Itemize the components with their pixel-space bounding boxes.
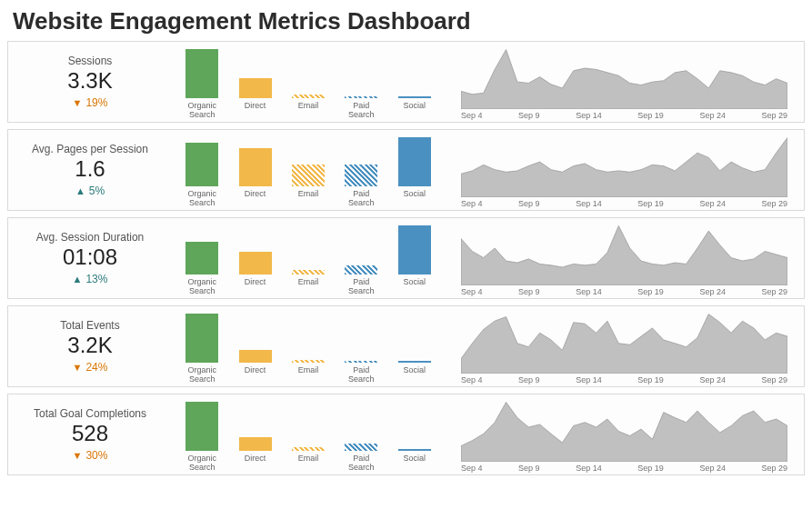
bar-organic: Organic Search xyxy=(177,137,226,208)
bar-social: Social xyxy=(390,225,439,296)
bar-social: Social xyxy=(390,314,439,384)
bar-fill xyxy=(398,137,431,186)
bar-fill xyxy=(345,361,377,363)
kpi-label: Avg. Pages per Session xyxy=(32,143,148,155)
date-tick: Sep 29 xyxy=(761,199,787,208)
bar-paid: Paid Search xyxy=(336,402,386,473)
bar-label: Paid Search xyxy=(348,190,375,208)
date-axis: Sep 4Sep 9Sep 14Sep 19Sep 24Sep 29 xyxy=(461,285,787,296)
bar-paid: Paid Search xyxy=(336,314,386,384)
bar-label: Social xyxy=(403,278,426,296)
kpi-value: 1.6 xyxy=(75,157,105,181)
arrow-down-icon: ▼ xyxy=(73,97,83,108)
kpi-duration: Avg. Session Duration01:08▲13% xyxy=(8,218,172,298)
kpi-value: 01:08 xyxy=(63,245,117,269)
bar-fill xyxy=(185,402,218,451)
delta-value: 30% xyxy=(85,449,107,462)
trend-pps: Sep 4Sep 9Sep 14Sep 19Sep 24Sep 29 xyxy=(445,130,804,210)
bar-direct: Direct xyxy=(231,49,280,120)
delta-value: 13% xyxy=(85,273,107,285)
bar-label: Social xyxy=(403,366,426,384)
kpi-delta: ▼19% xyxy=(73,96,108,109)
bar-fill xyxy=(292,95,325,98)
date-tick: Sep 14 xyxy=(576,287,602,296)
date-tick: Sep 29 xyxy=(761,287,787,296)
bar-direct: Direct xyxy=(231,137,280,208)
date-tick: Sep 24 xyxy=(699,287,726,296)
bar-label: Paid Search xyxy=(348,366,375,384)
date-axis: Sep 4Sep 9Sep 14Sep 19Sep 24Sep 29 xyxy=(461,462,787,473)
date-tick: Sep 14 xyxy=(576,464,602,473)
metric-row-sessions: Sessions3.3K▼19%Organic SearchDirectEmai… xyxy=(7,41,805,123)
bar-direct: Direct xyxy=(231,225,280,296)
date-tick: Sep 24 xyxy=(699,464,726,473)
trend-events: Sep 4Sep 9Sep 14Sep 19Sep 24Sep 29 xyxy=(445,306,804,386)
kpi-label: Avg. Session Duration xyxy=(36,231,145,244)
bar-email: Email xyxy=(284,225,333,296)
bar-direct: Direct xyxy=(231,314,280,384)
bar-label: Email xyxy=(298,190,319,208)
bar-label: Paid Search xyxy=(348,102,375,120)
kpi-delta: ▼30% xyxy=(73,449,108,462)
kpi-pps: Avg. Pages per Session1.6▲5% xyxy=(8,130,172,210)
date-tick: Sep 9 xyxy=(518,375,540,384)
bar-label: Organic Search xyxy=(187,102,216,120)
date-tick: Sep 29 xyxy=(761,464,787,473)
date-tick: Sep 29 xyxy=(761,111,787,120)
bar-label: Organic Search xyxy=(187,190,216,208)
bar-fill xyxy=(345,265,377,274)
arrow-up-icon: ▲ xyxy=(73,274,83,284)
kpi-label: Total Goal Completions xyxy=(34,407,146,420)
bar-organic: Organic Search xyxy=(177,49,226,120)
dashboard-title: Website Engagement Metrics Dashboard xyxy=(0,0,812,41)
bar-social: Social xyxy=(390,402,439,473)
delta-value: 19% xyxy=(85,96,107,109)
metric-row-duration: Avg. Session Duration01:08▲13%Organic Se… xyxy=(7,217,805,299)
bar-label: Email xyxy=(298,102,319,120)
sparkline-chart xyxy=(461,400,787,462)
date-tick: Sep 4 xyxy=(461,375,483,384)
bar-social: Social xyxy=(390,49,439,120)
kpi-value: 3.2K xyxy=(67,334,112,357)
kpi-delta: ▲13% xyxy=(73,273,108,285)
bar-fill xyxy=(239,252,272,274)
channel-bars-pps: Organic SearchDirectEmailPaid SearchSoci… xyxy=(172,130,445,210)
bar-fill xyxy=(292,270,325,274)
bar-email: Email xyxy=(284,314,333,384)
kpi-sessions: Sessions3.3K▼19% xyxy=(8,42,172,122)
bar-email: Email xyxy=(284,49,333,120)
bar-label: Email xyxy=(298,366,319,384)
trend-sessions: Sep 4Sep 9Sep 14Sep 19Sep 24Sep 29 xyxy=(445,42,804,122)
metrics-container: Sessions3.3K▼19%Organic SearchDirectEmai… xyxy=(0,41,812,475)
date-tick: Sep 24 xyxy=(699,199,726,208)
metric-row-goals: Total Goal Completions528▼30%Organic Sea… xyxy=(7,394,805,475)
bar-fill xyxy=(239,78,272,98)
bar-fill xyxy=(398,96,431,98)
date-tick: Sep 19 xyxy=(637,375,664,384)
channel-bars-goals: Organic SearchDirectEmailPaid SearchSoci… xyxy=(172,394,445,474)
date-axis: Sep 4Sep 9Sep 14Sep 19Sep 24Sep 29 xyxy=(461,109,787,120)
bar-label: Social xyxy=(403,454,426,473)
kpi-delta: ▲5% xyxy=(75,185,105,197)
date-tick: Sep 4 xyxy=(461,199,483,208)
bar-fill xyxy=(185,49,218,98)
date-tick: Sep 9 xyxy=(518,287,540,296)
bar-social: Social xyxy=(390,137,439,208)
metric-row-events: Total Events3.2K▼24%Organic SearchDirect… xyxy=(7,305,805,387)
bar-label: Direct xyxy=(245,190,266,208)
arrow-up-icon: ▲ xyxy=(75,185,85,196)
bar-fill xyxy=(398,361,431,363)
channel-bars-events: Organic SearchDirectEmailPaid SearchSoci… xyxy=(172,306,445,386)
bar-fill xyxy=(345,444,377,451)
date-tick: Sep 4 xyxy=(461,464,483,473)
bar-direct: Direct xyxy=(231,402,280,473)
bar-organic: Organic Search xyxy=(177,402,226,473)
date-tick: Sep 29 xyxy=(761,375,787,384)
arrow-down-icon: ▼ xyxy=(73,450,83,461)
sparkline-chart xyxy=(461,47,787,109)
bar-paid: Paid Search xyxy=(336,137,386,208)
bar-label: Direct xyxy=(245,454,266,473)
kpi-value: 3.3K xyxy=(67,69,112,93)
kpi-label: Sessions xyxy=(68,55,113,67)
arrow-down-icon: ▼ xyxy=(73,362,83,373)
